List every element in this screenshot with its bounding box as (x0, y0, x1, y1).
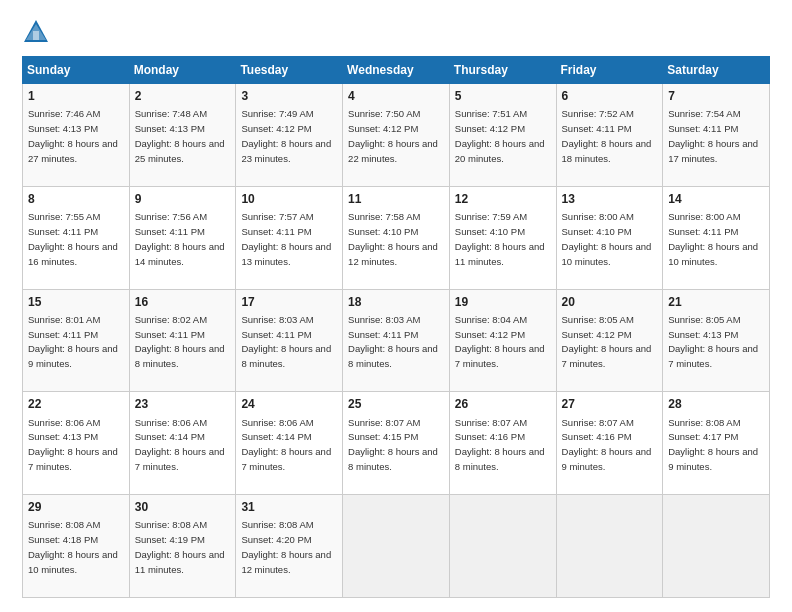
day-info: Sunrise: 8:07 AMSunset: 4:16 PMDaylight:… (562, 417, 652, 473)
calendar-header-wednesday: Wednesday (343, 57, 450, 84)
calendar-cell: 26 Sunrise: 8:07 AMSunset: 4:16 PMDaylig… (449, 392, 556, 495)
calendar-table: SundayMondayTuesdayWednesdayThursdayFrid… (22, 56, 770, 598)
calendar-week-5: 29 Sunrise: 8:08 AMSunset: 4:18 PMDaylig… (23, 495, 770, 598)
day-info: Sunrise: 7:55 AMSunset: 4:11 PMDaylight:… (28, 211, 118, 267)
day-number: 8 (28, 191, 124, 207)
calendar-header-friday: Friday (556, 57, 663, 84)
calendar-header-sunday: Sunday (23, 57, 130, 84)
calendar-cell: 8 Sunrise: 7:55 AMSunset: 4:11 PMDayligh… (23, 186, 130, 289)
day-number: 28 (668, 396, 764, 412)
calendar-header-thursday: Thursday (449, 57, 556, 84)
day-number: 25 (348, 396, 444, 412)
day-number: 26 (455, 396, 551, 412)
day-number: 29 (28, 499, 124, 515)
calendar-cell: 22 Sunrise: 8:06 AMSunset: 4:13 PMDaylig… (23, 392, 130, 495)
calendar-cell: 23 Sunrise: 8:06 AMSunset: 4:14 PMDaylig… (129, 392, 236, 495)
day-info: Sunrise: 7:58 AMSunset: 4:10 PMDaylight:… (348, 211, 438, 267)
day-number: 10 (241, 191, 337, 207)
day-number: 15 (28, 294, 124, 310)
calendar-cell: 20 Sunrise: 8:05 AMSunset: 4:12 PMDaylig… (556, 289, 663, 392)
header (22, 18, 770, 46)
calendar-cell: 29 Sunrise: 8:08 AMSunset: 4:18 PMDaylig… (23, 495, 130, 598)
day-number: 3 (241, 88, 337, 104)
calendar-cell: 7 Sunrise: 7:54 AMSunset: 4:11 PMDayligh… (663, 84, 770, 187)
day-number: 23 (135, 396, 231, 412)
day-info: Sunrise: 8:06 AMSunset: 4:14 PMDaylight:… (135, 417, 225, 473)
day-info: Sunrise: 7:56 AMSunset: 4:11 PMDaylight:… (135, 211, 225, 267)
day-number: 24 (241, 396, 337, 412)
calendar-cell: 3 Sunrise: 7:49 AMSunset: 4:12 PMDayligh… (236, 84, 343, 187)
day-info: Sunrise: 8:08 AMSunset: 4:17 PMDaylight:… (668, 417, 758, 473)
day-number: 14 (668, 191, 764, 207)
day-number: 12 (455, 191, 551, 207)
day-info: Sunrise: 8:05 AMSunset: 4:12 PMDaylight:… (562, 314, 652, 370)
calendar-cell: 15 Sunrise: 8:01 AMSunset: 4:11 PMDaylig… (23, 289, 130, 392)
day-info: Sunrise: 8:05 AMSunset: 4:13 PMDaylight:… (668, 314, 758, 370)
day-info: Sunrise: 8:03 AMSunset: 4:11 PMDaylight:… (348, 314, 438, 370)
day-number: 30 (135, 499, 231, 515)
calendar-cell: 17 Sunrise: 8:03 AMSunset: 4:11 PMDaylig… (236, 289, 343, 392)
calendar-cell: 31 Sunrise: 8:08 AMSunset: 4:20 PMDaylig… (236, 495, 343, 598)
calendar-header-row: SundayMondayTuesdayWednesdayThursdayFrid… (23, 57, 770, 84)
day-info: Sunrise: 8:00 AMSunset: 4:10 PMDaylight:… (562, 211, 652, 267)
day-info: Sunrise: 7:54 AMSunset: 4:11 PMDaylight:… (668, 108, 758, 164)
calendar-cell (343, 495, 450, 598)
calendar-cell (556, 495, 663, 598)
calendar-header-monday: Monday (129, 57, 236, 84)
day-info: Sunrise: 8:01 AMSunset: 4:11 PMDaylight:… (28, 314, 118, 370)
calendar-week-2: 8 Sunrise: 7:55 AMSunset: 4:11 PMDayligh… (23, 186, 770, 289)
svg-rect-2 (33, 31, 39, 40)
day-number: 19 (455, 294, 551, 310)
day-info: Sunrise: 8:06 AMSunset: 4:13 PMDaylight:… (28, 417, 118, 473)
day-number: 7 (668, 88, 764, 104)
calendar-cell: 4 Sunrise: 7:50 AMSunset: 4:12 PMDayligh… (343, 84, 450, 187)
day-number: 20 (562, 294, 658, 310)
calendar-week-1: 1 Sunrise: 7:46 AMSunset: 4:13 PMDayligh… (23, 84, 770, 187)
calendar-cell: 9 Sunrise: 7:56 AMSunset: 4:11 PMDayligh… (129, 186, 236, 289)
day-info: Sunrise: 7:48 AMSunset: 4:13 PMDaylight:… (135, 108, 225, 164)
logo (22, 18, 54, 46)
calendar-cell: 12 Sunrise: 7:59 AMSunset: 4:10 PMDaylig… (449, 186, 556, 289)
day-info: Sunrise: 8:08 AMSunset: 4:18 PMDaylight:… (28, 519, 118, 575)
day-info: Sunrise: 8:04 AMSunset: 4:12 PMDaylight:… (455, 314, 545, 370)
day-number: 17 (241, 294, 337, 310)
day-number: 18 (348, 294, 444, 310)
day-info: Sunrise: 8:08 AMSunset: 4:20 PMDaylight:… (241, 519, 331, 575)
day-info: Sunrise: 7:50 AMSunset: 4:12 PMDaylight:… (348, 108, 438, 164)
day-number: 2 (135, 88, 231, 104)
day-info: Sunrise: 8:07 AMSunset: 4:15 PMDaylight:… (348, 417, 438, 473)
day-info: Sunrise: 8:00 AMSunset: 4:11 PMDaylight:… (668, 211, 758, 267)
calendar-week-4: 22 Sunrise: 8:06 AMSunset: 4:13 PMDaylig… (23, 392, 770, 495)
day-info: Sunrise: 7:51 AMSunset: 4:12 PMDaylight:… (455, 108, 545, 164)
day-info: Sunrise: 7:49 AMSunset: 4:12 PMDaylight:… (241, 108, 331, 164)
day-number: 22 (28, 396, 124, 412)
day-info: Sunrise: 8:08 AMSunset: 4:19 PMDaylight:… (135, 519, 225, 575)
logo-icon (22, 18, 50, 46)
calendar-cell: 24 Sunrise: 8:06 AMSunset: 4:14 PMDaylig… (236, 392, 343, 495)
day-info: Sunrise: 8:03 AMSunset: 4:11 PMDaylight:… (241, 314, 331, 370)
calendar-cell: 27 Sunrise: 8:07 AMSunset: 4:16 PMDaylig… (556, 392, 663, 495)
calendar-cell: 10 Sunrise: 7:57 AMSunset: 4:11 PMDaylig… (236, 186, 343, 289)
calendar-cell: 1 Sunrise: 7:46 AMSunset: 4:13 PMDayligh… (23, 84, 130, 187)
calendar-cell: 30 Sunrise: 8:08 AMSunset: 4:19 PMDaylig… (129, 495, 236, 598)
calendar-week-3: 15 Sunrise: 8:01 AMSunset: 4:11 PMDaylig… (23, 289, 770, 392)
calendar-cell: 18 Sunrise: 8:03 AMSunset: 4:11 PMDaylig… (343, 289, 450, 392)
calendar-cell (449, 495, 556, 598)
day-info: Sunrise: 8:02 AMSunset: 4:11 PMDaylight:… (135, 314, 225, 370)
calendar-cell: 16 Sunrise: 8:02 AMSunset: 4:11 PMDaylig… (129, 289, 236, 392)
day-number: 9 (135, 191, 231, 207)
calendar-cell: 6 Sunrise: 7:52 AMSunset: 4:11 PMDayligh… (556, 84, 663, 187)
day-number: 21 (668, 294, 764, 310)
day-info: Sunrise: 7:57 AMSunset: 4:11 PMDaylight:… (241, 211, 331, 267)
day-info: Sunrise: 7:52 AMSunset: 4:11 PMDaylight:… (562, 108, 652, 164)
calendar-header-saturday: Saturday (663, 57, 770, 84)
day-number: 13 (562, 191, 658, 207)
calendar-cell: 11 Sunrise: 7:58 AMSunset: 4:10 PMDaylig… (343, 186, 450, 289)
day-number: 1 (28, 88, 124, 104)
calendar-cell: 14 Sunrise: 8:00 AMSunset: 4:11 PMDaylig… (663, 186, 770, 289)
calendar-cell: 28 Sunrise: 8:08 AMSunset: 4:17 PMDaylig… (663, 392, 770, 495)
day-info: Sunrise: 7:59 AMSunset: 4:10 PMDaylight:… (455, 211, 545, 267)
calendar-header-tuesday: Tuesday (236, 57, 343, 84)
day-number: 31 (241, 499, 337, 515)
day-number: 4 (348, 88, 444, 104)
